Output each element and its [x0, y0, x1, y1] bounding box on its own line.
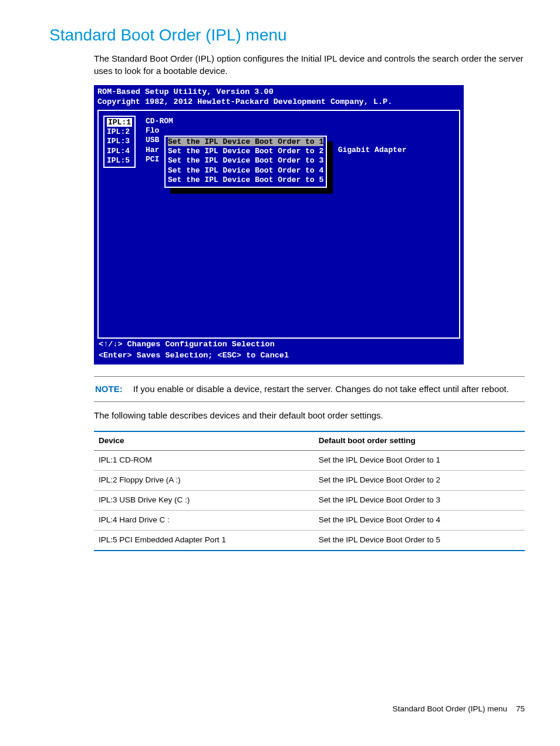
table-header-device: Device	[94, 431, 314, 450]
ipl-item[interactable]: IPL:5	[107, 156, 130, 165]
submenu-item[interactable]: Set the IPL Device Boot Order to 5	[168, 175, 323, 184]
table-row: IPL:5 PCI Embedded Adapter Port 1 Set th…	[94, 530, 525, 550]
table-cell: IPL:2 Floppy Drive (A :)	[94, 470, 314, 490]
bios-main-panel: IPL:1 IPL:2 IPL:3 IPL:4 IPL:5 CD-ROM Flo…	[97, 110, 460, 339]
table-row: IPL:2 Floppy Drive (A :) Set the IPL Dev…	[94, 470, 525, 490]
device-table: Device Default boot order setting IPL:1 …	[94, 431, 525, 551]
table-cell: Set the IPL Device Boot Order to 3	[314, 490, 525, 510]
table-cell: IPL:4 Hard Drive C :	[94, 510, 314, 530]
table-cell: IPL:5 PCI Embedded Adapter Port 1	[94, 530, 314, 550]
table-cell: Set the IPL Device Boot Order to 5	[314, 530, 525, 550]
note-block: NOTE: If you enable or disable a device,…	[94, 376, 525, 403]
bios-title: ROM-Based Setup Utility, Version 3.00	[97, 87, 460, 97]
bios-ipl-list: IPL:1 IPL:2 IPL:3 IPL:4 IPL:5	[103, 116, 136, 168]
ipl-item[interactable]: IPL:3	[107, 137, 130, 146]
table-header-setting: Default boot order setting	[314, 431, 525, 450]
ipl-item[interactable]: IPL:4	[107, 147, 130, 156]
submenu-item-selected[interactable]: Set the IPL Device Boot Order to 1	[168, 137, 323, 146]
table-cell: IPL:3 USB Drive Key (C :)	[94, 490, 314, 510]
table-row: IPL:1 CD-ROM Set the IPL Device Boot Ord…	[94, 451, 525, 471]
submenu-item[interactable]: Set the IPL Device Boot Order to 2	[168, 147, 323, 156]
table-cell: IPL:1 CD-ROM	[94, 451, 314, 471]
bios-submenu: Set the IPL Device Boot Order to 1 Set t…	[164, 136, 327, 188]
table-cell: Set the IPL Device Boot Order to 1	[314, 451, 525, 471]
footer-title: Standard Boot Order (IPL) menu	[393, 704, 507, 713]
bios-copyright: Copyright 1982, 2012 Hewlett-Packard Dev…	[97, 97, 460, 107]
table-cell: Set the IPL Device Boot Order to 2	[314, 470, 525, 490]
table-row: IPL:4 Hard Drive C : Set the IPL Device …	[94, 510, 525, 530]
submenu-item[interactable]: Set the IPL Device Boot Order to 3	[168, 156, 323, 165]
ipl-item-selected[interactable]: IPL:1	[107, 118, 132, 127]
submenu-item[interactable]: Set the IPL Device Boot Order to 4	[168, 166, 323, 175]
ipl-item[interactable]: IPL:2	[107, 127, 130, 136]
table-cell: Set the IPL Device Boot Order to 4	[314, 510, 525, 530]
bios-screenshot: ROM-Based Setup Utility, Version 3.00 Co…	[94, 85, 525, 364]
note-label: NOTE:	[95, 384, 123, 394]
page-footer: Standard Boot Order (IPL) menu 75	[29, 704, 531, 715]
note-text: If you enable or disable a device, resta…	[133, 384, 509, 394]
footer-page-number: 75	[516, 704, 525, 713]
bios-help-line-1: <↑/↓> Changes Configuration Selection	[97, 339, 460, 350]
table-intro: The following table describes devices an…	[94, 409, 525, 421]
intro-paragraph: The Standard Boot Order (IPL) option con…	[94, 52, 525, 77]
section-heading: Standard Boot Order (IPL) menu	[49, 23, 531, 46]
bios-help-line-2: <Enter> Saves Selection; <ESC> to Cancel	[97, 350, 460, 361]
table-row: IPL:3 USB Drive Key (C :) Set the IPL De…	[94, 490, 525, 510]
